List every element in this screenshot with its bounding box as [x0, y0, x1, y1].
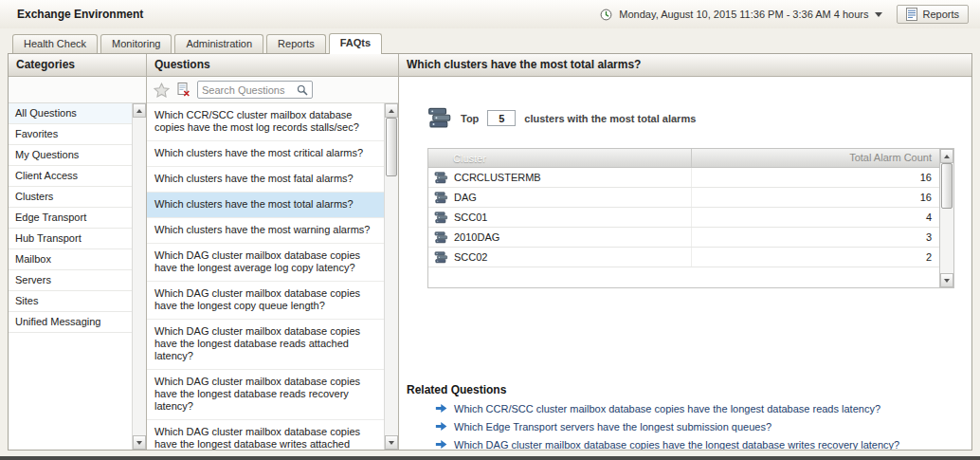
- column-header-cluster[interactable]: Cluster: [428, 153, 691, 164]
- categories-scrollbar[interactable]: [132, 103, 146, 450]
- category-label: My Questions: [15, 149, 79, 160]
- category-item[interactable]: Client Access: [9, 166, 132, 187]
- categories-panel: Categories All Questions Favorites: [9, 54, 147, 450]
- tab[interactable]: Reports: [266, 34, 326, 53]
- top-label-suffix: clusters with the most total alarms: [524, 113, 696, 124]
- scrollbar-thumb[interactable]: [941, 163, 953, 209]
- table-row[interactable]: CCRCLUSTERMB 16: [428, 168, 939, 188]
- top-n-input[interactable]: [487, 110, 516, 126]
- answer-panel: Which clusters have the most total alarm…: [399, 54, 971, 450]
- scroll-up-button[interactable]: [940, 149, 953, 163]
- question-item[interactable]: Which clusters have the most critical al…: [147, 141, 384, 167]
- table-header-row: Cluster Total Alarm Count: [428, 149, 939, 168]
- answer-header: Which clusters have the most total alarm…: [399, 54, 971, 77]
- cluster-cell: SCC02: [428, 251, 691, 264]
- category-item[interactable]: All Questions: [9, 103, 132, 124]
- question-item[interactable]: Which DAG cluster mailbox database copie…: [147, 370, 384, 420]
- questions-scrollbar[interactable]: [384, 103, 398, 450]
- scrollbar-track[interactable]: [385, 118, 398, 435]
- search-input[interactable]: [202, 84, 297, 96]
- question-item[interactable]: Which DAG cluster mailbox database copie…: [147, 320, 384, 370]
- category-label: All Questions: [15, 107, 77, 119]
- alarm-count: 3: [691, 228, 939, 247]
- time-range-dropdown-caret[interactable]: [875, 12, 882, 17]
- alarm-count: 16: [691, 188, 939, 207]
- question-item[interactable]: Which CCR/SCC cluster mailbox database c…: [147, 103, 384, 141]
- questions-toolbar: [147, 77, 398, 103]
- table-row[interactable]: DAG 16: [428, 188, 939, 208]
- question-text: Which CCR/SCC cluster mailbox database c…: [154, 109, 359, 133]
- cluster-icon: [434, 192, 448, 204]
- time-range-label[interactable]: Monday, August 10, 2015 11:36 PM - 3:36 …: [619, 9, 868, 20]
- question-item[interactable]: Which clusters have the most total alarm…: [147, 193, 384, 218]
- cluster-icon: [434, 172, 448, 184]
- question-item[interactable]: Which DAG cluster mailbox database copie…: [147, 420, 384, 450]
- related-question-text: Which DAG cluster mailbox database copie…: [454, 439, 899, 451]
- categories-list: All Questions Favorites My Questions Cli…: [9, 103, 132, 450]
- remove-question-icon[interactable]: [176, 83, 191, 97]
- category-item[interactable]: My Questions: [9, 145, 132, 166]
- question-item[interactable]: Which clusters have the most warning ala…: [147, 218, 384, 244]
- category-label: Edge Transport: [15, 212, 86, 223]
- categories-toolbar: [9, 77, 146, 103]
- scrollbar-track[interactable]: [940, 163, 953, 273]
- cluster-icon: [434, 212, 448, 224]
- category-item[interactable]: Hub Transport: [9, 229, 132, 249]
- table-row[interactable]: SCC02 2: [428, 248, 939, 267]
- column-header-total-alarm-count[interactable]: Total Alarm Count: [691, 149, 939, 167]
- tab[interactable]: Administration: [174, 34, 263, 53]
- cluster-cell: DAG: [428, 192, 691, 204]
- arrow-right-icon: [435, 438, 447, 450]
- category-item[interactable]: Edge Transport: [9, 208, 132, 229]
- scroll-up-button[interactable]: [133, 103, 146, 118]
- question-item[interactable]: Which DAG cluster mailbox database copie…: [147, 244, 384, 282]
- scrollbar-thumb[interactable]: [386, 118, 397, 176]
- faqts-content: Categories All Questions Favorites: [8, 53, 972, 451]
- exchange-environment-window: Exchange Environment Monday, August 10, …: [0, 0, 980, 460]
- scroll-up-button[interactable]: [385, 103, 398, 118]
- table-scrollbar[interactable]: [939, 149, 953, 287]
- question-item[interactable]: Which DAG cluster mailbox database copie…: [147, 282, 384, 320]
- related-question-text: Which CCR/SCC cluster mailbox database c…: [454, 403, 880, 414]
- related-question-link[interactable]: Which CCR/SCC cluster mailbox database c…: [435, 402, 880, 414]
- category-item[interactable]: Clusters: [9, 187, 132, 208]
- question-text: Which DAG cluster mailbox database copie…: [154, 426, 360, 450]
- question-text: Which DAG cluster mailbox database copie…: [154, 325, 360, 361]
- related-question-link[interactable]: Which Edge Transport servers have the lo…: [435, 420, 771, 432]
- top-bar: Exchange Environment Monday, August 10, …: [0, 0, 980, 28]
- tab[interactable]: FAQts: [329, 33, 382, 54]
- scroll-down-button[interactable]: [385, 435, 398, 450]
- alarm-count: 2: [691, 248, 939, 267]
- search-icon[interactable]: [297, 84, 308, 96]
- related-questions-title: Related Questions: [407, 383, 971, 396]
- alarms-table: Cluster Total Alarm Count CCRCLUSTERMB: [427, 148, 954, 288]
- question-text: Which clusters have the most warning ala…: [154, 224, 370, 235]
- arrow-right-icon: [435, 402, 447, 414]
- scroll-down-button[interactable]: [940, 273, 953, 287]
- question-text: Which DAG cluster mailbox database copie…: [154, 287, 360, 311]
- category-label: Clusters: [15, 191, 53, 202]
- arrow-right-icon: [435, 420, 447, 432]
- category-item[interactable]: Unified Messaging: [9, 312, 132, 333]
- category-label: Sites: [15, 295, 38, 306]
- category-item[interactable]: Favorites: [9, 124, 132, 145]
- table-row[interactable]: 2010DAG 3: [428, 228, 939, 248]
- table-row[interactable]: SCC01 4: [428, 208, 939, 228]
- category-item[interactable]: Sites: [9, 291, 132, 312]
- question-item[interactable]: Which clusters have the most fatal alarm…: [147, 167, 384, 193]
- tab[interactable]: Health Check: [12, 34, 98, 53]
- favorite-star-icon[interactable]: [154, 83, 170, 98]
- category-item[interactable]: Servers: [9, 270, 132, 291]
- scrollbar-track[interactable]: [133, 118, 146, 435]
- cluster-icon: [434, 231, 448, 244]
- related-questions-section: Related Questions Which CCR/SCC cluster …: [407, 383, 971, 450]
- scroll-down-button[interactable]: [133, 435, 146, 450]
- category-label: Servers: [15, 274, 51, 285]
- cluster-cell: 2010DAG: [428, 231, 691, 244]
- related-question-link[interactable]: Which DAG cluster mailbox database copie…: [435, 438, 899, 450]
- reports-button[interactable]: Reports: [897, 5, 969, 24]
- tab[interactable]: Monitoring: [100, 34, 172, 53]
- categories-header: Categories: [9, 54, 146, 77]
- category-item[interactable]: Mailbox: [9, 249, 132, 270]
- tab-label: Administration: [186, 38, 252, 49]
